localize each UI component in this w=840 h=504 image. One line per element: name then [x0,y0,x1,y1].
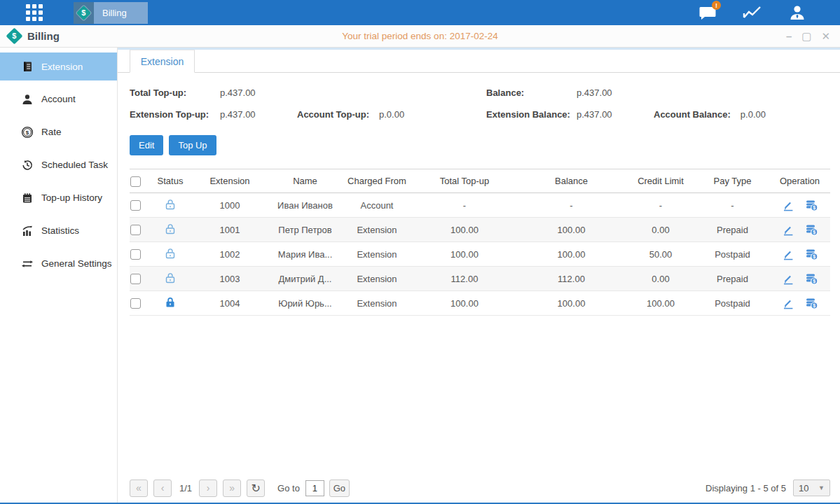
sidebar-item-statistics[interactable]: Statistics [0,214,117,247]
user-icon[interactable] [786,4,808,22]
edit-icon[interactable] [782,248,794,260]
header-credit-limit: Credit Limit [626,176,696,186]
cell-credit-limit: 50.00 [626,249,696,260]
header-pay-type: Pay Type [696,176,769,186]
svg-text:$: $ [813,230,815,235]
first-page-button[interactable]: « [130,479,148,497]
edit-icon[interactable] [782,199,794,211]
cell-charged-from: Extension [342,274,412,284]
unlocked-icon [164,223,177,235]
cell-name: Мария Ива... [268,249,342,260]
apps-grid-icon[interactable] [26,4,43,21]
chart-icon[interactable] [741,4,764,22]
billing-summary: Total Top-up: p.437.00 Extension Top-up:… [118,73,840,128]
notification-badge: ! [712,1,721,10]
sidebar-item-extension[interactable]: Extension [0,52,117,80]
cell-total-topup: - [412,200,517,211]
sidebar-item-rate[interactable]: $ Rate [0,115,117,148]
sidebar-item-label: Top-up History [41,192,102,203]
cell-total-topup: 100.00 [412,249,517,260]
cell-pay-type: Postpaid [696,298,769,309]
minimize-icon[interactable]: – [786,31,792,41]
row-checkbox[interactable] [130,225,141,235]
row-checkbox[interactable] [130,200,141,211]
account-balance-value: p.0.00 [741,109,818,120]
top-up-coins-icon[interactable]: $ [805,223,818,236]
refresh-icon[interactable]: ↻ [247,479,265,497]
window-title-bar: $ Billing Your trial period ends on: 201… [0,25,840,48]
sidebar-item-scheduled-task[interactable]: Scheduled Task [0,148,117,181]
top-up-coins-icon[interactable]: $ [805,199,818,211]
edit-icon[interactable] [782,223,794,236]
balance-label: Balance: [486,88,577,98]
cell-extension: 1001 [191,225,268,235]
page-indicator: 1/1 [179,483,192,493]
bar-chart-icon [21,225,34,237]
select-all-checkbox[interactable] [130,176,141,187]
extension-topup-value: p.437.00 [220,109,297,120]
ledger-icon [21,60,34,73]
cell-pay-type: Prepaid [696,225,769,235]
table-row: 1003 Дмитрий Д... Extension 112.00 112.0… [130,267,830,291]
prev-page-button[interactable]: ‹ [153,479,172,497]
edit-button[interactable]: Edit [130,135,163,155]
header-extension: Extension [191,176,268,186]
close-icon[interactable]: ✕ [821,31,830,41]
cell-balance: 100.00 [517,249,626,260]
row-checkbox[interactable] [130,274,141,284]
top-up-button[interactable]: Top Up [169,135,216,155]
maximize-icon[interactable]: ▢ [801,31,811,41]
cell-credit-limit: - [626,200,696,211]
cell-name: Дмитрий Д... [268,274,342,284]
sidebar-item-top-up-history[interactable]: Top-up History [0,181,117,214]
table-row: 1001 Петр Петров Extension 100.00 100.00… [130,218,830,242]
top-up-coins-icon[interactable]: $ [805,297,818,309]
topbar-tab-billing[interactable]: $ Billing [74,2,148,24]
tab-extension[interactable]: Extension [130,50,195,73]
top-bar: $ Billing ! [0,0,840,25]
table-row: 1004 Юрий Юрь... Extension 100.00 100.00… [130,291,830,316]
cell-balance: 100.00 [517,298,626,309]
svg-text:$: $ [813,303,815,309]
next-page-button[interactable]: › [199,479,217,497]
cell-charged-from: Account [342,200,412,211]
cell-total-topup: 100.00 [412,298,517,309]
row-checkbox[interactable] [130,298,141,309]
tab-strip: Extension [118,50,840,73]
unlocked-icon [164,247,177,260]
page-size-select[interactable]: 10 ▼ [793,479,830,496]
last-page-button[interactable]: » [223,479,241,497]
cell-pay-type: - [696,200,769,211]
svg-text:$: $ [813,205,815,211]
balance-value: p.437.00 [577,88,654,98]
header-operation: Operation [769,176,830,186]
cell-credit-limit: 0.00 [626,225,696,235]
top-up-coins-icon[interactable]: $ [805,248,818,260]
table-row: 1000 Иван Иванов Account - - - - $ [130,193,830,218]
go-button[interactable]: Go [329,479,350,497]
header-charged-from: Charged From [342,176,412,186]
sidebar-item-label: Statistics [41,225,79,236]
cell-extension: 1003 [191,274,268,284]
message-icon[interactable]: ! [696,4,719,22]
extension-balance-value: p.437.00 [577,109,654,120]
billing-diamond-icon: $ [74,2,94,24]
notebook-icon [21,192,34,204]
extension-table: Status Extension Name Charged From Total… [130,169,830,316]
goto-page-input[interactable] [305,480,324,496]
goto-label: Go to [277,483,300,493]
sidebar-item-account[interactable]: Account [0,83,117,115]
sidebar-item-general-settings[interactable]: General Settings [0,247,117,280]
cell-name: Иван Иванов [268,200,342,211]
edit-icon[interactable] [782,272,794,285]
header-name: Name [268,176,342,186]
sidebar-item-label: Account [41,94,76,104]
table-row: 1002 Мария Ива... Extension 100.00 100.0… [130,242,830,267]
edit-icon[interactable] [782,297,794,309]
top-up-coins-icon[interactable]: $ [805,272,818,285]
total-topup-value: p.437.00 [220,88,297,98]
row-checkbox[interactable] [130,249,141,260]
cell-balance: 112.00 [517,274,626,284]
extension-topup-label: Extension Top-up: [130,109,220,120]
cell-balance: 100.00 [517,225,626,235]
